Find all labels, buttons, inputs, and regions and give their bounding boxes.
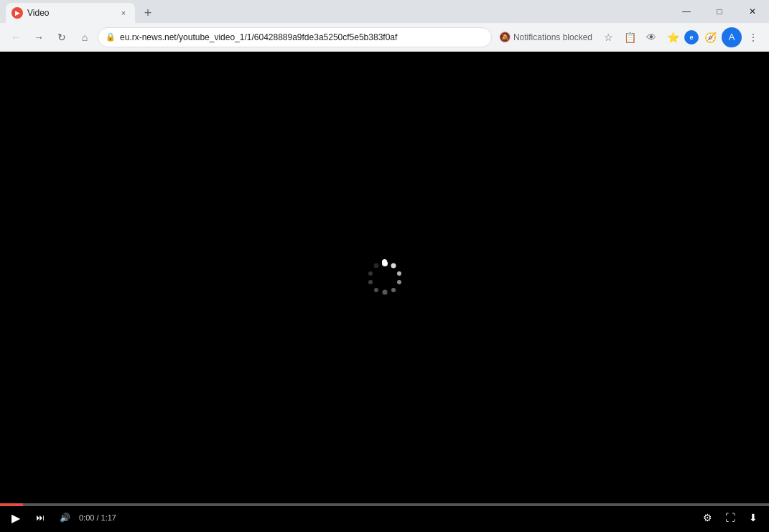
- svg-point-7: [368, 280, 373, 284]
- controls-right: ⚙ ⛶ ⬇: [697, 508, 763, 528]
- loading-spinner: [366, 259, 404, 297]
- tab-title: Video: [27, 8, 113, 18]
- extensions-button[interactable]: e: [684, 30, 699, 45]
- close-window-button[interactable]: ✕: [736, 0, 769, 23]
- toolbar-right: 🔕 Notifications blocked ☆ 📋 👁 ⭐ e 🧭 A ⋮: [495, 27, 763, 47]
- notifications-blocked-label: Notifications blocked: [513, 32, 592, 42]
- minimize-button[interactable]: —: [670, 0, 703, 23]
- tab-favicon: ▶: [11, 7, 23, 19]
- back-button[interactable]: ←: [6, 27, 26, 47]
- svg-point-5: [382, 289, 387, 294]
- safari-icon[interactable]: 🧭: [700, 27, 720, 47]
- profile-button[interactable]: A: [722, 27, 742, 47]
- forward-button[interactable]: →: [29, 27, 49, 47]
- url-text: eu.rx-news.net/youtube_video_1/1/6042888…: [120, 32, 484, 42]
- spinner-svg: [366, 259, 404, 297]
- play-button[interactable]: ▶: [6, 508, 26, 528]
- read-later-button[interactable]: 📋: [620, 27, 640, 47]
- bell-slash-icon: 🔕: [499, 32, 511, 42]
- svg-point-4: [391, 288, 396, 292]
- reload-button[interactable]: ↻: [52, 27, 72, 47]
- volume-button[interactable]: 🔊: [55, 508, 75, 528]
- svg-point-1: [391, 263, 396, 268]
- title-bar: ▶ Video × + — □ ✕: [0, 0, 769, 23]
- home-button[interactable]: ⌂: [75, 27, 95, 47]
- tab-strip: ▶ Video × +: [0, 0, 158, 23]
- maximize-button[interactable]: □: [703, 0, 736, 23]
- address-bar[interactable]: 🔒 eu.rx-news.net/youtube_video_1/1/60428…: [98, 27, 492, 47]
- svg-point-2: [397, 271, 401, 276]
- svg-point-9: [373, 263, 378, 268]
- notifications-blocked-button[interactable]: 🔕 Notifications blocked: [495, 29, 597, 46]
- svg-point-3: [397, 280, 401, 284]
- new-tab-button[interactable]: +: [138, 3, 158, 23]
- read-aloud-button[interactable]: 👁: [641, 27, 661, 47]
- browser-toolbar: ← → ↻ ⌂ 🔒 eu.rx-news.net/youtube_video_1…: [0, 23, 769, 52]
- next-button[interactable]: ⏭: [30, 508, 50, 528]
- fullscreen-button[interactable]: ⛶: [720, 508, 740, 528]
- progress-bar[interactable]: [0, 503, 769, 506]
- video-area[interactable]: [0, 52, 769, 503]
- settings-button[interactable]: ⚙: [697, 508, 717, 528]
- lock-icon: 🔒: [106, 32, 116, 42]
- time-display: 0:00 / 1:17: [79, 513, 116, 522]
- video-controls-bar: ▶ ⏭ 🔊 0:00 / 1:17 ⚙ ⛶ ⬇: [0, 503, 769, 532]
- progress-played: [0, 503, 23, 506]
- active-tab[interactable]: ▶ Video ×: [6, 3, 135, 23]
- svg-point-8: [368, 271, 373, 276]
- favorites-button[interactable]: ⭐: [663, 27, 683, 47]
- window-controls: — □ ✕: [670, 0, 769, 23]
- tab-close-button[interactable]: ×: [118, 7, 129, 19]
- svg-point-6: [374, 288, 378, 292]
- more-button[interactable]: ⋮: [743, 27, 763, 47]
- bookmark-button[interactable]: ☆: [598, 27, 618, 47]
- download-button[interactable]: ⬇: [743, 508, 763, 528]
